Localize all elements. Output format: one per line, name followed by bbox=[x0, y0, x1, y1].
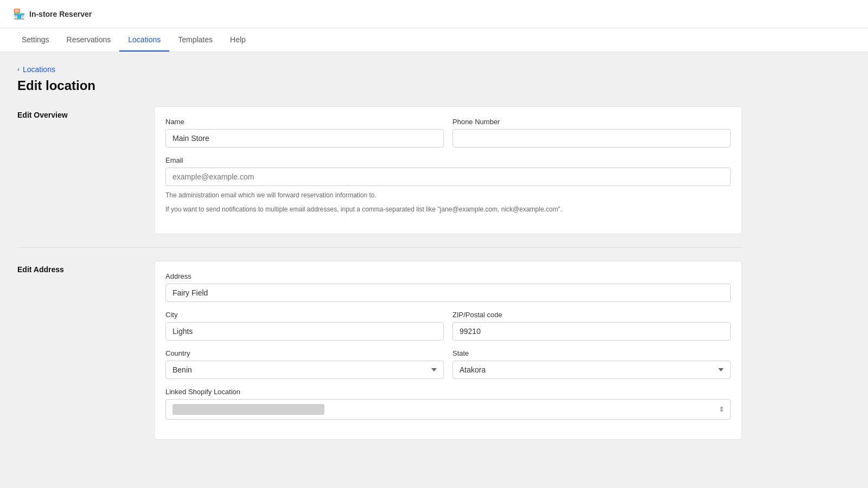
name-phone-row: Name Phone Number bbox=[165, 118, 731, 147]
linked-shopify-row: Linked Shopify Location bbox=[165, 388, 731, 420]
edit-address-section: Edit Address Address City ZIP/Postal cod… bbox=[17, 261, 742, 440]
tab-reservations[interactable]: Reservations bbox=[58, 29, 120, 52]
edit-overview-section: Edit Overview Name Phone Number Email Th… bbox=[17, 106, 742, 234]
name-input[interactable] bbox=[165, 129, 444, 147]
tab-help[interactable]: Help bbox=[221, 29, 254, 52]
address-group: Address bbox=[165, 272, 731, 302]
email-help-text-2: If you want to send notifications to mul… bbox=[165, 204, 731, 214]
linked-shopify-label: Linked Shopify Location bbox=[165, 388, 731, 396]
linked-shopify-inner bbox=[173, 404, 324, 415]
city-group: City bbox=[165, 311, 444, 341]
city-label: City bbox=[165, 311, 444, 319]
zip-label: ZIP/Postal code bbox=[452, 311, 731, 319]
overview-section-label: Edit Overview bbox=[17, 106, 137, 234]
app-logo: 🏪 In-store Reserver bbox=[13, 8, 92, 20]
address-section-label: Edit Address bbox=[17, 261, 137, 440]
tab-templates[interactable]: Templates bbox=[169, 29, 221, 52]
linked-shopify-select-wrapper bbox=[165, 399, 731, 420]
overview-card: Name Phone Number Email The administrati… bbox=[154, 106, 742, 234]
phone-input[interactable] bbox=[452, 129, 731, 147]
tab-settings[interactable]: Settings bbox=[13, 29, 58, 52]
address-input[interactable] bbox=[165, 284, 731, 302]
app-logo-icon: 🏪 bbox=[13, 8, 25, 20]
address-label: Address bbox=[165, 272, 731, 280]
name-group: Name bbox=[165, 118, 444, 147]
country-label: Country bbox=[165, 349, 444, 357]
linked-shopify-group: Linked Shopify Location bbox=[165, 388, 731, 420]
nav-bar: Settings Reservations Locations Template… bbox=[0, 28, 868, 52]
email-help-text-1: The administration email which we will f… bbox=[165, 190, 731, 200]
state-label: State bbox=[452, 349, 731, 357]
email-group: Email The administration email which we … bbox=[165, 156, 731, 214]
breadcrumb-label: Locations bbox=[23, 65, 55, 74]
phone-label: Phone Number bbox=[452, 118, 731, 126]
breadcrumb[interactable]: ‹ Locations bbox=[17, 65, 742, 74]
email-label: Email bbox=[165, 156, 731, 164]
zip-group: ZIP/Postal code bbox=[452, 311, 731, 341]
address-card: Address City ZIP/Postal code Country bbox=[154, 261, 742, 440]
topbar: 🏪 In-store Reserver bbox=[0, 0, 868, 28]
state-group: State Atakora bbox=[452, 349, 731, 379]
city-input[interactable] bbox=[165, 322, 444, 341]
country-state-row: Country Benin State Atakora bbox=[165, 349, 731, 379]
page-title: Edit location bbox=[17, 78, 742, 93]
linked-shopify-input[interactable] bbox=[165, 399, 731, 420]
section-divider bbox=[17, 247, 742, 248]
address-row: Address bbox=[165, 272, 731, 302]
tab-locations[interactable]: Locations bbox=[119, 29, 169, 52]
breadcrumb-chevron-icon: ‹ bbox=[17, 66, 20, 73]
zip-input[interactable] bbox=[452, 322, 731, 341]
email-input[interactable] bbox=[165, 168, 731, 186]
phone-group: Phone Number bbox=[452, 118, 731, 147]
email-row: Email The administration email which we … bbox=[165, 156, 731, 214]
name-label: Name bbox=[165, 118, 444, 126]
app-name: In-store Reserver bbox=[29, 10, 92, 18]
country-group: Country Benin bbox=[165, 349, 444, 379]
country-select[interactable]: Benin bbox=[165, 361, 444, 379]
state-select[interactable]: Atakora bbox=[452, 361, 731, 379]
page-content: ‹ Locations Edit location Edit Overview … bbox=[0, 52, 760, 466]
city-zip-row: City ZIP/Postal code bbox=[165, 311, 731, 341]
